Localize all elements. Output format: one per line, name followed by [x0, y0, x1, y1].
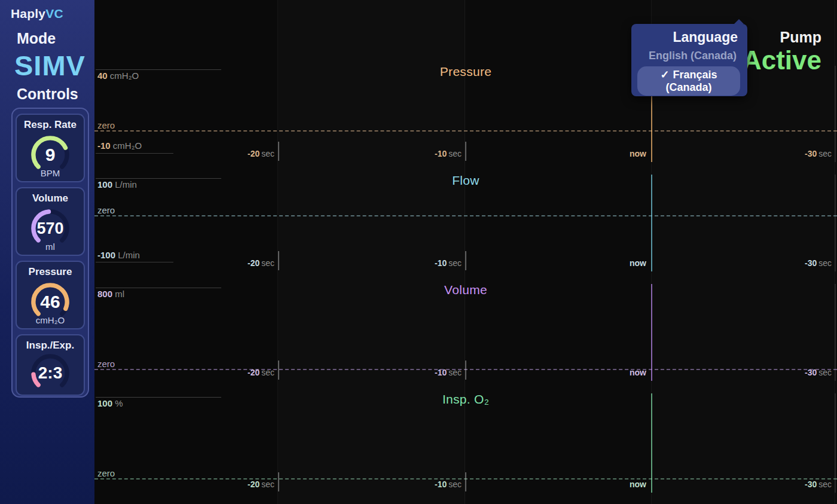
sweep-edge-line [835, 175, 836, 271]
now-cursor-line [651, 284, 652, 381]
x-tick: -30sec [773, 258, 835, 268]
sweep-edge-line [835, 393, 836, 493]
mode-value[interactable]: SIMV [14, 49, 85, 82]
control-unit: ml [17, 242, 84, 252]
x-tick-line [278, 142, 279, 161]
zero-label: zero [97, 359, 115, 369]
x-tick-line [278, 251, 279, 270]
pump-status: Pump Active [743, 29, 821, 74]
x-tick-line [465, 251, 466, 270]
x-tick: -10sec [403, 479, 465, 489]
y-max-label: 40 cmH₂O [97, 71, 139, 81]
control-unit: cmH₂O [17, 315, 84, 325]
zero-line: zero [94, 215, 837, 216]
y-max-label: 100 % [97, 398, 123, 408]
x-tick: -10sec [403, 258, 465, 268]
y-max-label: 800 ml [97, 289, 124, 299]
x-tick: now [589, 368, 652, 377]
y-max-line [96, 178, 221, 179]
zero-label: zero [97, 468, 115, 478]
control-unit: BPM [17, 168, 84, 178]
x-tick: -20sec [216, 149, 278, 158]
x-tick: -10sec [403, 368, 465, 377]
mode-label: Mode [17, 30, 56, 47]
control-title: Insp./Exp. [17, 340, 84, 352]
x-tick: now [589, 258, 652, 268]
checkmark-icon: ✓ [660, 69, 669, 81]
control-pressure[interactable]: Pressure 46 cmH₂O [16, 261, 85, 329]
logo-text-primary: Haply [11, 7, 45, 20]
insp-exp-gauge: 2:3 [28, 351, 72, 395]
chart-title: Flow [94, 173, 837, 188]
y-max-line [96, 288, 221, 288]
x-tick: -30sec [773, 368, 835, 377]
language-menu: Language English (Canada) ✓Français (Can… [631, 24, 747, 96]
control-value: 2:3 [28, 351, 72, 395]
x-tick: -20sec [216, 368, 278, 377]
x-tick-line [465, 142, 466, 161]
control-title: Volume [17, 193, 84, 204]
language-menu-title: Language [637, 29, 740, 45]
pump-label: Pump [743, 29, 821, 46]
y-max-label: 100 L/min [97, 179, 137, 190]
x-tick: now [589, 149, 652, 158]
x-tick: -20sec [216, 258, 278, 268]
y-max-line [96, 69, 221, 70]
y-min-label: -10 cmH₂O [97, 140, 142, 151]
x-tick-line [278, 361, 279, 380]
controls-label: Controls [17, 85, 78, 103]
chart-title: Volume [94, 283, 837, 297]
ventilator-app: HaplyVC Mode SIMV Controls Resp. Rate 9 … [0, 0, 837, 504]
x-tick-line [465, 361, 466, 380]
sweep-edge-line [835, 284, 836, 381]
control-resp-rate[interactable]: Resp. Rate 9 BPM [16, 114, 85, 182]
x-tick: -30sec [773, 149, 835, 158]
now-cursor-line [651, 393, 652, 493]
x-tick: -30sec [773, 479, 835, 489]
y-min-line [96, 153, 173, 154]
trends-chart-area: Pressure 40 cmH₂O zero -10 cmH₂O -20sec … [94, 57, 837, 504]
zero-label: zero [97, 205, 115, 215]
x-tick: -10sec [403, 149, 465, 158]
y-min-line [96, 262, 173, 262]
now-cursor-line [651, 175, 652, 271]
control-title: Resp. Rate [17, 119, 84, 131]
y-max-line [96, 397, 221, 398]
language-option-french[interactable]: ✓Français (Canada) [637, 66, 740, 96]
logo-text-accent: VC [45, 7, 63, 20]
control-title: Pressure [17, 266, 84, 278]
chart-row-volume: Volume 800 ml zero -20sec -10sec now -30… [94, 276, 837, 381]
zero-label: zero [97, 120, 115, 130]
y-min-label: -100 L/min [97, 250, 140, 260]
x-tick: now [589, 479, 652, 489]
control-volume[interactable]: Volume 570 ml [16, 187, 85, 256]
language-option-english[interactable]: English (Canada) [637, 47, 740, 65]
x-tick-line [465, 472, 466, 491]
chart-title: Insp. O₂ [94, 392, 837, 407]
x-tick-line [278, 472, 279, 491]
x-tick: -20sec [216, 479, 278, 489]
pump-status-value: Active [743, 47, 821, 74]
sidebar: HaplyVC Mode SIMV Controls Resp. Rate 9 … [0, 0, 94, 504]
control-insp-exp[interactable]: Insp./Exp. 2:3 [16, 334, 85, 396]
chart-row-insp-o2: Insp. O₂ 100 % zero -20sec -10sec now -3… [94, 385, 837, 493]
controls-panel: Resp. Rate 9 BPM Volume 57 [11, 108, 89, 398]
zero-line: zero [94, 130, 837, 132]
app-logo: HaplyVC [11, 7, 63, 21]
chart-row-flow: Flow 100 L/min zero -100 L/min -20sec -1… [94, 166, 837, 271]
sweep-edge-line [835, 66, 836, 162]
